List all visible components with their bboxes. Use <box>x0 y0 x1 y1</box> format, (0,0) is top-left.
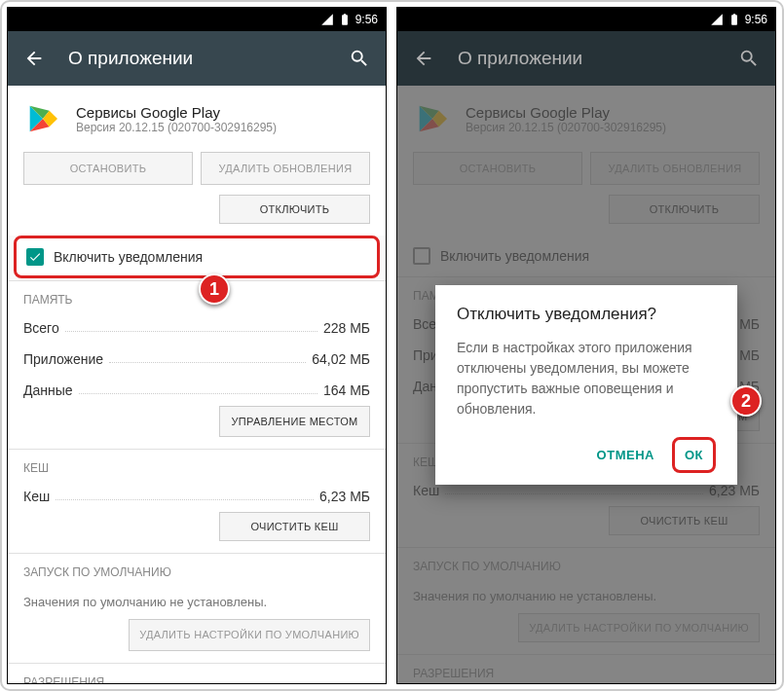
play-services-icon <box>23 99 62 138</box>
clock: 9:56 <box>745 13 767 26</box>
signal-icon <box>320 13 334 26</box>
battery-icon <box>728 13 741 26</box>
storage-app-row: Приложение64,02 МБ <box>8 344 386 375</box>
clear-cache-button[interactable]: ОЧИСТИТЬ КЕШ <box>219 512 370 541</box>
storage-total-row: Всего228 МБ <box>8 312 386 344</box>
notifications-checkbox-row[interactable]: Включить уведомления <box>14 236 380 278</box>
back-icon[interactable] <box>413 48 434 69</box>
statusbar: 9:56 <box>397 8 775 31</box>
checkbox-icon <box>26 248 44 266</box>
badge-1: 1 <box>199 273 230 305</box>
stop-button[interactable]: ОСТАНОВИТЬ <box>23 152 193 185</box>
cache-row: Кеш6,23 МБ <box>8 481 386 512</box>
appbar: О приложении <box>397 31 775 86</box>
content: Сервисы Google Play Версия 20.12.15 (020… <box>8 86 386 683</box>
dialog-text: Если в настройках этого приложения отклю… <box>457 338 716 419</box>
launch-text: Значения по умолчанию не установлены. <box>8 585 386 619</box>
clear-defaults-button[interactable]: УДАЛИТЬ НАСТРОЙКИ ПО УМОЛЧАНИЮ <box>129 619 370 650</box>
clock: 9:56 <box>355 13 378 26</box>
dialog-ok-button[interactable]: ОК <box>672 437 716 473</box>
badge-2: 2 <box>730 385 762 417</box>
back-icon[interactable] <box>23 48 45 69</box>
storage-data-row: Данные164 МБ <box>8 375 386 406</box>
phone-right: 9:56 О приложении Сервисы Google PlayВер… <box>396 7 776 684</box>
section-cache: КЕШ <box>8 449 386 481</box>
app-name: Сервисы Google Play <box>76 104 277 121</box>
search-icon[interactable] <box>738 48 760 69</box>
appbar-title: О приложении <box>458 48 715 69</box>
dialog-title: Отключить уведомления? <box>457 305 716 324</box>
dialog: Отключить уведомления? Если в настройках… <box>435 285 737 485</box>
signal-icon <box>710 13 724 26</box>
phone-left: 9:56 О приложении Сервисы Google Play Ве… <box>7 7 387 684</box>
manage-storage-button[interactable]: УПРАВЛЕНИЕ МЕСТОМ <box>219 406 370 437</box>
statusbar: 9:56 <box>8 8 386 31</box>
uninstall-updates-button[interactable]: УДАЛИТЬ ОБНОВЛЕНИЯ <box>201 152 370 185</box>
section-storage: ПАМЯТЬ <box>8 280 386 312</box>
appbar-title: О приложении <box>68 48 325 69</box>
app-version: Версия 20.12.15 (020700-302916295) <box>76 121 277 134</box>
section-permissions: РАЗРЕШЕНИЯ <box>8 663 386 683</box>
app-header: Сервисы Google Play Версия 20.12.15 (020… <box>8 86 386 152</box>
search-icon[interactable] <box>349 48 370 69</box>
dialog-overlay: Отключить уведомления? Если в настройках… <box>397 86 775 683</box>
battery-icon <box>338 13 352 26</box>
content: Сервисы Google PlayВерсия 20.12.15 (0207… <box>397 86 775 683</box>
disable-button[interactable]: ОТКЛЮЧИТЬ <box>219 195 370 224</box>
appbar: О приложении <box>8 31 386 86</box>
dialog-cancel-button[interactable]: ОТМЕНА <box>587 440 664 470</box>
section-launch: ЗАПУСК ПО УМОЛЧАНИЮ <box>8 553 386 585</box>
notifications-label: Включить уведомления <box>54 249 203 265</box>
